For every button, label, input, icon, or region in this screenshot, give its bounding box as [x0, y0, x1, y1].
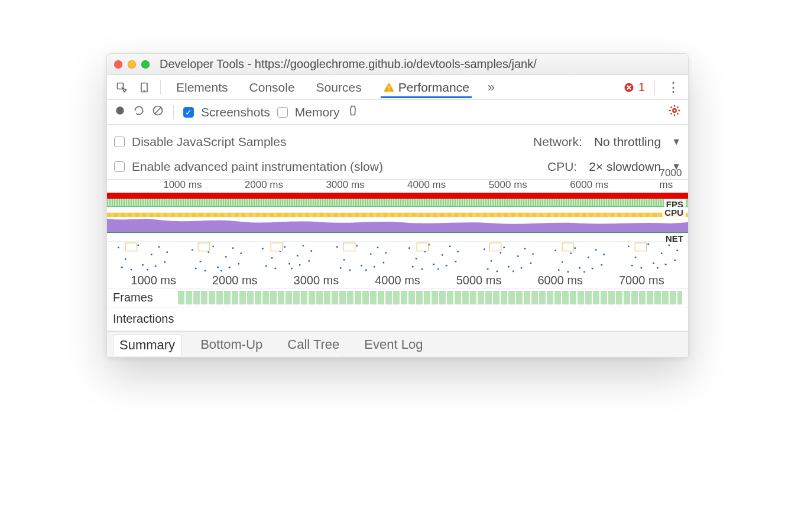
net-lane: NET [107, 233, 688, 241]
svg-point-31 [225, 256, 227, 258]
svg-point-107 [595, 249, 596, 251]
svg-point-129 [676, 249, 678, 251]
screenshot-filmstrip[interactable] [107, 241, 688, 273]
tab-elements[interactable]: Elements [174, 77, 231, 98]
tab-summary[interactable]: Summary [113, 335, 181, 356]
svg-point-69 [385, 252, 387, 254]
timeline-overview[interactable]: 1000 ms 2000 ms 3000 ms 4000 ms 5000 ms … [107, 179, 688, 331]
svg-point-81 [437, 268, 439, 270]
memory-checkbox[interactable] [277, 107, 288, 118]
tick: 1000 ms [163, 179, 202, 191]
svg-point-62 [377, 246, 379, 248]
track-label: Frames [107, 291, 178, 304]
tick: 3000 ms [326, 179, 364, 191]
window-title: Developer Tools - https://googlechrome.g… [160, 57, 537, 71]
svg-point-89 [499, 252, 501, 254]
svg-point-24 [166, 251, 168, 253]
svg-point-38 [205, 270, 206, 272]
devtools-tabs: Elements Console Sources Performance » 1… [107, 75, 688, 100]
svg-point-105 [579, 267, 580, 269]
svg-point-10 [673, 109, 676, 112]
interactions-track[interactable]: Interactions [107, 307, 688, 331]
svg-point-123 [674, 259, 676, 261]
svg-rect-11 [113, 242, 171, 273]
paint-instrumentation-checkbox[interactable] [114, 161, 125, 172]
screenshots-checkbox[interactable] [183, 107, 194, 118]
svg-point-117 [628, 245, 630, 247]
analysis-tabs: Summary Bottom-Up Call Tree Event Log [107, 331, 688, 357]
svg-point-110 [574, 247, 576, 249]
svg-point-82 [445, 265, 447, 267]
close-window-button[interactable] [114, 60, 122, 69]
flame-ruler[interactable]: 1000 ms 2000 ms 3000 ms 4000 ms 5000 ms … [107, 273, 688, 288]
minimize-window-button[interactable] [128, 60, 136, 69]
tab-call-tree[interactable]: Call Tree [281, 335, 345, 355]
error-count-badge[interactable]: 1 [623, 80, 645, 94]
svg-rect-85 [417, 243, 429, 251]
long-task-indicator-bar [107, 193, 688, 199]
svg-point-72 [408, 247, 410, 249]
screenshot-thumb[interactable] [617, 242, 688, 273]
overview-ruler[interactable]: 1000 ms 2000 ms 3000 ms 4000 ms 5000 ms … [107, 180, 688, 193]
screenshot-thumb[interactable] [471, 242, 543, 273]
settings-button[interactable] [668, 104, 681, 120]
svg-point-73 [415, 258, 417, 259]
tab-bottom-up[interactable]: Bottom-Up [194, 335, 268, 355]
svg-point-109 [558, 270, 560, 271]
tab-sources[interactable]: Sources [314, 77, 364, 98]
svg-point-53 [275, 268, 277, 270]
inspect-icon[interactable] [113, 79, 131, 96]
tick: 5000 ms [456, 274, 502, 287]
disable-js-samples-checkbox[interactable] [114, 137, 125, 147]
clear-button[interactable] [152, 105, 164, 119]
frames-track[interactable]: Frames [107, 288, 688, 307]
tab-console[interactable]: Console [247, 77, 297, 98]
kebab-menu-icon[interactable]: ⋮ [664, 79, 682, 96]
tab-performance[interactable]: Performance [381, 77, 472, 98]
titlebar: Developer Tools - https://googlechrome.g… [107, 54, 688, 75]
svg-point-18 [164, 261, 166, 263]
svg-point-78 [455, 261, 456, 262]
gc-button[interactable] [347, 105, 359, 119]
screenshot-thumb[interactable] [398, 242, 470, 273]
record-button[interactable] [114, 105, 126, 119]
svg-rect-4 [388, 86, 390, 88]
svg-point-118 [635, 257, 637, 258]
screenshot-thumb[interactable] [107, 242, 179, 273]
paint-instrumentation-label: Enable advanced paint instrumentation (s… [132, 160, 383, 174]
svg-point-104 [570, 252, 572, 254]
svg-rect-70 [343, 243, 355, 251]
reload-record-button[interactable] [133, 105, 145, 119]
svg-point-124 [631, 265, 633, 267]
screenshot-thumb[interactable] [325, 242, 397, 273]
screenshot-thumb[interactable] [180, 242, 251, 273]
window-controls [114, 60, 150, 69]
svg-point-42 [262, 248, 264, 249]
svg-point-66 [365, 270, 367, 271]
screenshot-thumb[interactable] [544, 242, 615, 273]
svg-rect-130 [635, 243, 647, 251]
svg-point-52 [299, 264, 301, 266]
perf-options: Disable JavaScript Samples Network: No t… [107, 125, 688, 179]
tick: 6000 ms [537, 274, 583, 287]
svg-point-68 [349, 270, 351, 271]
screenshot-thumb[interactable] [252, 242, 324, 273]
svg-point-77 [449, 245, 450, 247]
screenshots-label: Screenshots [201, 105, 270, 119]
svg-point-22 [155, 265, 157, 267]
svg-line-9 [155, 108, 161, 113]
svg-point-28 [200, 261, 202, 262]
svg-point-127 [665, 264, 667, 265]
svg-point-17 [158, 246, 160, 248]
svg-point-128 [640, 267, 642, 269]
tab-event-log[interactable]: Event Log [358, 335, 429, 355]
zoom-window-button[interactable] [141, 60, 150, 69]
disable-js-samples-label: Disable JavaScript Samples [132, 135, 286, 149]
device-toolbar-icon[interactable] [135, 79, 153, 96]
network-throttle-select[interactable]: No throttling ▼ [589, 135, 681, 149]
svg-point-13 [125, 258, 126, 260]
svg-point-114 [603, 254, 605, 255]
svg-point-83 [421, 268, 423, 270]
svg-point-97 [520, 267, 522, 269]
more-tabs-icon[interactable]: » [482, 79, 500, 96]
